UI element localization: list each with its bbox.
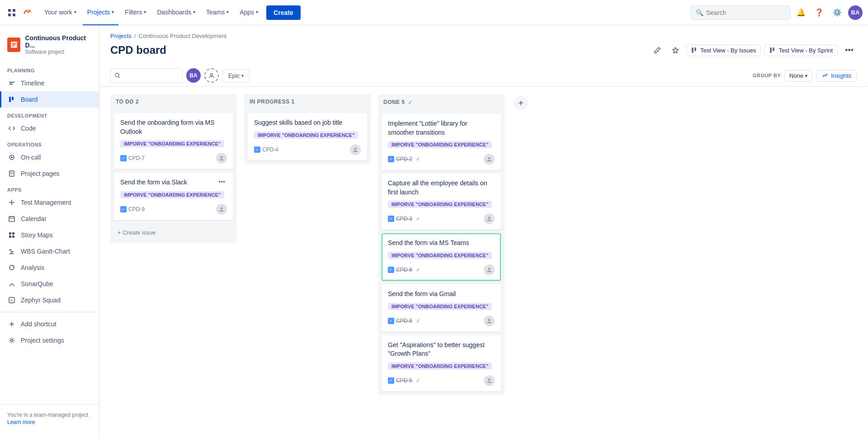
star-icon-button[interactable]: [668, 43, 683, 57]
svg-line-43: [119, 77, 120, 78]
board-search-box[interactable]: [110, 68, 183, 83]
group-by-select[interactable]: None ▾: [784, 70, 812, 81]
board-search-input[interactable]: [123, 72, 179, 79]
cards-inprogress: Suggest skills based on job title IMPORV…: [244, 109, 371, 164]
svg-rect-11: [12, 97, 14, 100]
epic-tag-cpd4: IMPORVE "ONBOARDING EXPERIENCE": [254, 132, 358, 139]
nav-projects[interactable]: Projects ▾: [83, 0, 119, 25]
card-footer-cpd2: ✓ CPD-2 ✓: [388, 154, 495, 165]
sidebar-item-zephyr[interactable]: 8 Zephyr Squad: [0, 292, 99, 308]
logo[interactable]: [20, 5, 34, 20]
sidebar-project: Continuous Product D... Software project: [0, 31, 99, 62]
card-id-cpd6: ✓ CPD-6 ✓: [388, 318, 420, 324]
view-by-issues-button[interactable]: Test View - By Issues: [686, 45, 761, 56]
card-avatar-cpd2: [484, 154, 495, 165]
project-name: Continuous Product D...: [25, 34, 92, 49]
breadcrumb-projects[interactable]: Projects: [110, 33, 132, 39]
sidebar-item-project-settings[interactable]: Project settings: [0, 332, 99, 349]
app-layout: Continuous Product D... Software project…: [0, 25, 868, 402]
card-avatar-cpd6: [484, 316, 495, 326]
user-filter-avatar[interactable]: BA: [186, 68, 201, 83]
pen-icon-button[interactable]: [650, 43, 665, 57]
svg-rect-1: [13, 9, 15, 12]
card-cpd5[interactable]: Get "Aspirations" to better suggest "Gro…: [382, 335, 501, 391]
epic-tag-cpd7: IMPORVE "ONBOARDING EXPERIENCE": [120, 140, 224, 147]
svg-rect-25: [9, 235, 11, 238]
sidebar-item-timeline[interactable]: Timeline: [0, 75, 99, 91]
checkbox-cpd2: ✓: [388, 156, 394, 162]
svg-rect-19: [9, 217, 14, 221]
checkbox-cpd5: ✓: [388, 377, 394, 384]
more-options-button[interactable]: •••: [841, 44, 857, 57]
story-maps-icon: [7, 231, 16, 240]
board-icon: [7, 95, 16, 104]
svg-marker-37: [673, 47, 678, 53]
card-cpd9[interactable]: Send the form via Slack ••• IMPORVE "ONB…: [114, 173, 233, 220]
epic-tag-cpd3: IMPORVE "ONBOARDING EXPERIENCE": [388, 201, 492, 208]
sidebar-item-calendar[interactable]: Calendar: [0, 211, 99, 227]
people-filter-button[interactable]: [204, 68, 219, 83]
help-button[interactable]: ❓: [812, 5, 826, 20]
card-more-button-cpd9[interactable]: •••: [217, 178, 227, 185]
sidebar-item-sonarqube[interactable]: SonarQube: [0, 276, 99, 292]
sidebar-item-analysis[interactable]: Analysis: [0, 259, 99, 276]
svg-point-47: [354, 147, 357, 150]
create-issue-button[interactable]: + Create issue: [112, 226, 235, 240]
search-box[interactable]: 🔍: [691, 5, 790, 20]
svg-point-52: [488, 378, 491, 381]
sidebar-item-add-shortcut[interactable]: Add shortcut: [0, 316, 99, 332]
card-title-cpd8: Send the form via MS Teams: [388, 239, 495, 248]
card-id-cpd4: ✓ CPD-4: [254, 146, 278, 153]
chevron-down-icon: ▾: [112, 9, 114, 14]
grid-menu-button[interactable]: [5, 6, 18, 19]
search-input[interactable]: [706, 9, 785, 16]
sidebar-item-story-maps[interactable]: Story Maps: [0, 227, 99, 243]
user-avatar[interactable]: BA: [848, 5, 863, 20]
gantt-icon: [7, 247, 16, 256]
card-cpd6[interactable]: Send the form via Gmail IMPORVE "ONBOARD…: [382, 284, 501, 332]
create-button[interactable]: Create: [266, 5, 301, 20]
card-footer-cpd5: ✓ CPD-5 ✓: [388, 375, 495, 386]
col-title-todo: TO DO 2: [116, 99, 139, 105]
sidebar-item-board[interactable]: Board: [0, 91, 99, 108]
project-info: Continuous Product D... Software project: [25, 34, 92, 55]
chevron-down-icon: ▾: [256, 9, 258, 14]
board-toolbar: BA Epic ▾ GROUP BY None ▾: [99, 65, 868, 87]
nav-dashboards[interactable]: Dashboards ▾: [152, 0, 200, 25]
card-footer-cpd9: ✓ CPD-9: [120, 204, 227, 215]
epic-tag-cpd8: IMPORVE "ONBOARDING EXPERIENCE": [388, 252, 492, 259]
svg-rect-23: [9, 232, 11, 235]
nav-your-work[interactable]: Your work ▾: [40, 0, 81, 25]
project-type: Software project: [25, 49, 92, 55]
add-column-button[interactable]: +: [514, 96, 528, 110]
svg-text:8: 8: [10, 298, 13, 302]
nav-apps[interactable]: Apps ▾: [235, 0, 263, 25]
nav-teams[interactable]: Teams ▾: [202, 0, 233, 25]
sidebar-item-test-management[interactable]: Test Management: [0, 194, 99, 211]
card-cpd7[interactable]: Send the onboarding form via MS Outlook …: [114, 113, 233, 169]
settings-button[interactable]: ⚙️: [830, 5, 844, 20]
card-cpd8[interactable]: Send the form via MS Teams IMPORVE "ONBO…: [382, 233, 501, 281]
sidebar-item-oncall[interactable]: On-call: [0, 149, 99, 165]
test-management-icon: [7, 198, 16, 207]
epic-tag-cpd9: IMPORVE "ONBOARDING EXPERIENCE": [120, 191, 224, 198]
epic-filter-button[interactable]: Epic ▾: [222, 69, 250, 82]
view-by-sprint-button[interactable]: Test View - By Sprint: [764, 45, 838, 56]
sidebar-item-wbs-gantt[interactable]: WBS Gantt-Chart: [0, 243, 99, 259]
nav-filters[interactable]: Filters ▾: [120, 0, 151, 25]
apps-section: APPS: [0, 182, 99, 194]
insights-button[interactable]: Insights: [816, 70, 857, 81]
col-header-inprogress: IN PROGRESS 1: [244, 94, 371, 109]
card-cpd3[interactable]: Capture all the employee details on firs…: [382, 174, 501, 230]
done-check-cpd3: ✓: [416, 216, 420, 222]
card-cpd2[interactable]: Implement "Lottie" library for smoother …: [382, 114, 501, 170]
done-check-cpd2: ✓: [416, 156, 420, 162]
svg-point-49: [488, 217, 491, 219]
svg-rect-6: [12, 43, 16, 44]
svg-rect-24: [12, 232, 14, 235]
sidebar-item-project-pages[interactable]: Project pages: [0, 165, 99, 182]
card-cpd4[interactable]: Suggest skills based on job title IMPORV…: [248, 113, 367, 160]
svg-point-45: [221, 156, 223, 159]
sidebar-item-code[interactable]: Code: [0, 120, 99, 137]
notifications-button[interactable]: 🔔: [794, 5, 808, 20]
